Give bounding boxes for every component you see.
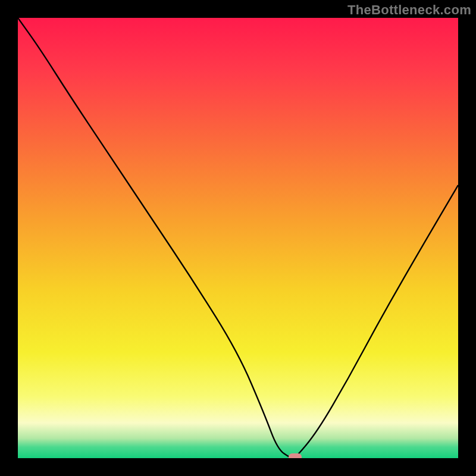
chart-frame: TheBottleneck.com — [0, 0, 476, 476]
watermark-text: TheBottleneck.com — [347, 2, 471, 18]
plot-area — [18, 18, 458, 458]
gradient-background — [18, 18, 458, 458]
chart-svg — [18, 18, 458, 458]
optimal-point-marker — [289, 453, 302, 458]
